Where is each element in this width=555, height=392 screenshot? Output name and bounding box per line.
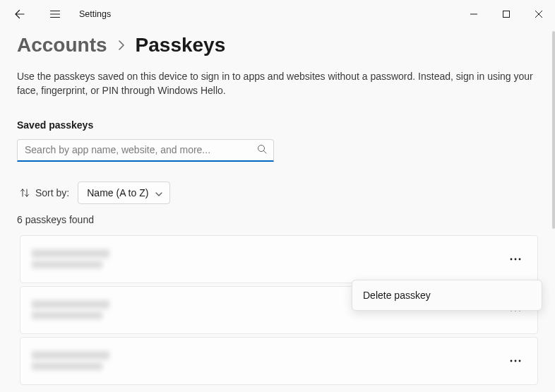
page-title: Passkeys	[136, 34, 226, 57]
passkey-subtext-redacted	[32, 261, 102, 268]
scrollbar[interactable]	[552, 31, 555, 229]
maximize-icon	[503, 11, 510, 18]
passkey-subtext-redacted	[32, 311, 102, 319]
sort-label-text: Sort by:	[35, 187, 69, 198]
svg-rect-0	[503, 11, 510, 18]
breadcrumb: Accounts Passkeys	[17, 34, 538, 57]
passkey-name-redacted	[32, 249, 109, 258]
close-icon	[535, 11, 542, 18]
arrow-left-icon	[14, 8, 25, 20]
svg-point-9	[515, 360, 517, 362]
chevron-right-icon	[117, 40, 126, 50]
svg-point-4	[519, 258, 521, 260]
svg-point-3	[515, 258, 517, 260]
hamburger-icon	[49, 8, 61, 20]
svg-point-8	[511, 360, 513, 362]
back-button[interactable]	[7, 1, 32, 27]
more-horizontal-icon	[510, 258, 521, 261]
context-menu: Delete passkey	[352, 280, 542, 311]
sort-icon	[20, 188, 30, 198]
close-button[interactable]	[523, 3, 555, 25]
passkey-subtext-redacted	[32, 362, 102, 370]
more-options-button[interactable]	[503, 349, 527, 373]
more-horizontal-icon	[510, 360, 521, 362]
passkey-name-redacted	[32, 351, 109, 360]
more-options-button[interactable]	[503, 247, 527, 271]
svg-point-10	[519, 360, 521, 362]
page-description: Use the passkeys saved on this device to…	[17, 69, 538, 98]
sort-label: Sort by:	[20, 187, 69, 198]
sort-dropdown[interactable]: Name (A to Z)	[78, 182, 170, 204]
saved-passkeys-heading: Saved passkeys	[17, 119, 538, 131]
passkey-item[interactable]	[20, 235, 538, 283]
sort-selected-value: Name (A to Z)	[87, 187, 148, 198]
delete-passkey-item[interactable]: Delete passkey	[356, 284, 538, 307]
app-title: Settings	[79, 9, 111, 19]
search-input[interactable]	[17, 139, 274, 162]
svg-point-2	[511, 258, 513, 260]
results-count: 6 passkeys found	[17, 214, 538, 225]
minimize-icon	[470, 11, 477, 18]
maximize-button[interactable]	[490, 3, 523, 25]
passkey-item[interactable]	[20, 337, 538, 385]
breadcrumb-parent[interactable]: Accounts	[17, 34, 107, 57]
chevron-down-icon	[155, 187, 162, 198]
minimize-button[interactable]	[458, 3, 490, 25]
passkey-name-redacted	[32, 300, 109, 309]
menu-button[interactable]	[42, 1, 68, 27]
